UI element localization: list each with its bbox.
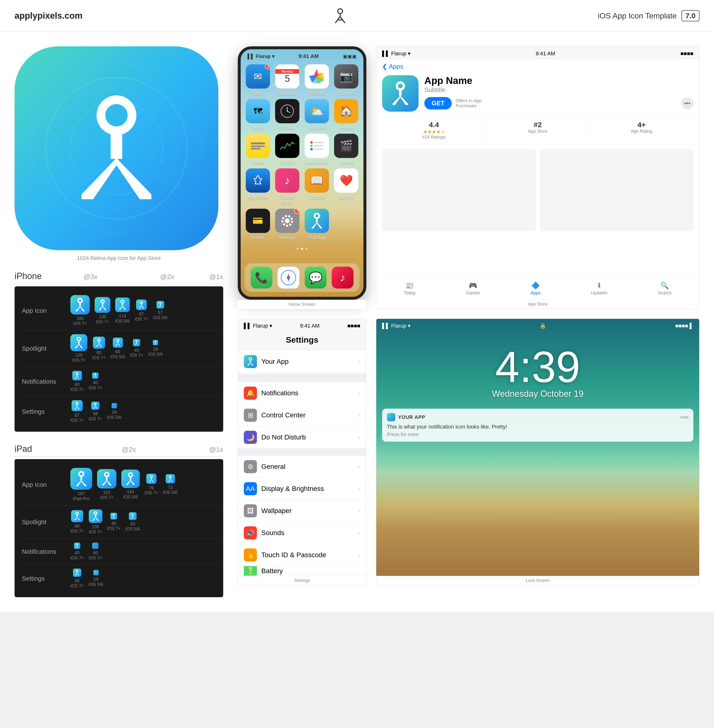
settings-notifications[interactable]: 🔔 Notifications › — [238, 382, 366, 404]
tab-games-label: Games — [466, 290, 480, 296]
more-button[interactable]: ••• — [681, 97, 693, 110]
left-column: 1024 Retina App Icon for App Store iPhon… — [15, 47, 223, 597]
home-screen-label: Home Screen — [238, 300, 366, 309]
battery-icon: 🔋 — [244, 566, 257, 576]
settings-gap-1 — [238, 375, 366, 382]
app-health[interactable]: ❤️ Health — [334, 168, 359, 206]
tab-updates-label: Updates — [591, 290, 607, 296]
svg-point-11 — [121, 300, 124, 303]
your-app-chevron-icon: › — [358, 358, 360, 365]
settings-display-brightness[interactable]: AA Display & Brightness › — [238, 478, 366, 500]
iphone-scale-1x: @1x — [209, 273, 223, 281]
svg-rect-16 — [160, 304, 160, 305]
size-icon-item: 29iOS 5/6 — [107, 403, 122, 420]
size-icon — [70, 295, 90, 315]
svg-point-19 — [98, 339, 100, 341]
your-app-item[interactable]: Your App › — [238, 351, 366, 373]
app-ibooks[interactable]: 📖 iBooks — [304, 168, 329, 206]
app-notes[interactable]: Notes — [246, 134, 270, 165]
tab-search[interactable]: 🔍 Search — [658, 282, 672, 296]
svg-point-74 — [249, 358, 252, 360]
svg-rect-28 — [76, 374, 77, 376]
offers-text-2: Purchases — [456, 104, 482, 108]
settings-label: Settings — [238, 576, 366, 585]
svg-point-35 — [79, 472, 84, 476]
size-label: 40iOS 7+ — [70, 550, 84, 561]
size-icon — [115, 297, 130, 312]
size-icon — [136, 299, 147, 310]
settings-sounds[interactable]: 🔊 Sounds › — [238, 522, 366, 544]
app-calendar[interactable]: Monday 5 Calendar — [275, 64, 300, 96]
size-icon-item: 76iOS 7+ — [145, 474, 158, 495]
iphone-spotlight-row: Spotlight 120iOS 7+ 80iOS 7+ — [20, 330, 218, 367]
back-chevron-icon: ❮ — [382, 63, 387, 71]
app-mail[interactable]: ✉ 1 Mail — [246, 64, 270, 96]
lock-date: Wednesday October 19 — [376, 389, 699, 399]
size-icon-item: 40iOS 7+ — [130, 339, 144, 358]
age-value: 4+ — [590, 121, 693, 129]
svg-point-37 — [105, 473, 109, 477]
svg-rect-44 — [170, 478, 171, 479]
app-name-appstore: App Store — [247, 195, 268, 200]
right-column: ▌▌ Flarup ▾ 9:41 AM ▣▣▣ ✉ 1 — [238, 47, 699, 597]
size-icon-item: 167iPad Pro — [70, 468, 92, 501]
app-appstore[interactable]: App Store — [246, 168, 270, 206]
app-settings-home[interactable]: 1 Settings — [275, 209, 300, 240]
tab-updates[interactable]: ⬇ Updates — [591, 282, 607, 296]
app-videos[interactable]: 🎬 Videos — [334, 134, 359, 165]
app-itunes[interactable]: ♪ iTunes Store — [275, 168, 300, 206]
status-time: 9:41 AM — [298, 53, 319, 60]
app-name-camera: Camera — [338, 90, 355, 96]
dock-phone[interactable]: 📞 — [250, 267, 273, 288]
settings-general[interactable]: ⚙ General › — [238, 456, 366, 478]
ipad-scale-1x: @1x — [209, 446, 223, 453]
dock-messages[interactable]: 💬 — [305, 267, 327, 288]
main-content: 1024 Retina App Icon for App Store iPhon… — [0, 32, 714, 612]
page-dot — [306, 248, 308, 250]
iphone-appicon-icons: 180iOS 7+ 130iOS 7+ 114iOS — [70, 295, 216, 326]
size-icon-item: 114iOS 5/6 — [115, 297, 130, 324]
app-weather[interactable]: ⛅ Weather — [304, 99, 329, 131]
tab-apps[interactable]: 🔷 Apps — [531, 282, 540, 296]
control-center-icon: ⊞ — [244, 409, 257, 422]
app-photos[interactable]: Photos — [304, 64, 329, 96]
size-icon-item: 120iOS 7+ — [70, 334, 87, 363]
app-name-settings: Settings — [279, 235, 296, 240]
ipad-header: iPad @2x @1x — [15, 444, 223, 457]
app-name-ibooks: iBooks — [310, 195, 324, 200]
notif-more: Press for more — [387, 432, 688, 437]
svg-point-17 — [77, 337, 81, 341]
tab-today[interactable]: 📰 Today — [404, 282, 416, 296]
settings-battery-item[interactable]: 🔋 Battery — [238, 566, 366, 576]
your-app-icon — [244, 355, 257, 368]
app-home[interactable]: 🏠 Home — [334, 99, 359, 131]
settings-wallpaper[interactable]: 🖼 Wallpaper › — [238, 500, 366, 522]
size-icon — [72, 371, 82, 380]
ratings-section: 4.4 ★★★★☆ 414 Ratings #2 App Store 4+ Ag… — [376, 117, 699, 144]
dock-music[interactable]: ♪ — [332, 267, 354, 288]
settings-do-not-disturb[interactable]: 🌙 Do Not Disturb › — [238, 426, 366, 449]
app-camera[interactable]: 📷 Camera — [334, 64, 359, 96]
ipad-notifications-label: Notifications — [22, 548, 70, 555]
back-nav[interactable]: ❮ Apps — [376, 59, 699, 71]
app-name-home: Home — [340, 125, 353, 131]
size-icon — [93, 336, 105, 349]
version-badge: 7.0 — [681, 10, 699, 21]
settings-control-center[interactable]: ⊞ Control Center › — [238, 404, 366, 426]
svg-point-72 — [397, 83, 404, 90]
app-wallet[interactable]: 💳 Wallet — [246, 209, 270, 240]
tab-games[interactable]: 🎮 Games — [466, 282, 480, 296]
dock-safari[interactable] — [278, 267, 299, 288]
app-reminders[interactable]: Reminders — [304, 134, 329, 165]
get-button[interactable]: GET — [424, 97, 452, 110]
app-info-section: App Name Subtitle GET Offers In-App Purc… — [376, 71, 699, 117]
size-icon — [121, 470, 140, 488]
app-yourapp[interactable]: Your App — [304, 209, 329, 240]
app-maps[interactable]: 🗺 Maps — [246, 99, 270, 131]
app-clock[interactable]: Clock — [275, 99, 300, 131]
iphone-appicon-label: App Icon — [22, 307, 70, 315]
app-name-reminders: Reminders — [305, 160, 328, 165]
settings-touchid[interactable]: 👆 Touch ID & Passcode › — [238, 544, 366, 566]
svg-rect-48 — [95, 515, 96, 517]
app-stocks[interactable]: Stocks — [275, 134, 300, 165]
